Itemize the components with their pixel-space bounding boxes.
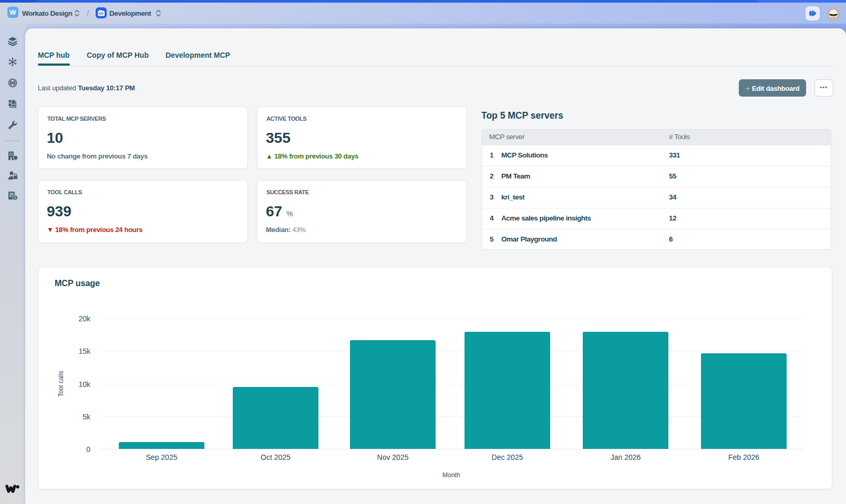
svg-text:$: $: [14, 196, 16, 200]
